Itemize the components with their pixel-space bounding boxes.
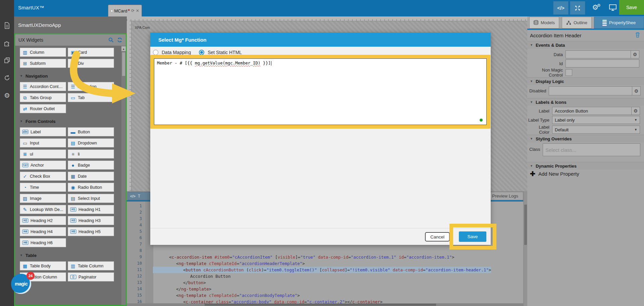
subform-icon: ⊞ <box>22 61 28 66</box>
table-column-icon: ▥ <box>70 264 76 268</box>
trash-icon <box>635 32 640 38</box>
widget-date[interactable]: ▦Date <box>68 172 114 181</box>
static-html-textarea[interactable]: Member - # [{{ mg.getValue(mgc.Member_ID… <box>154 58 487 125</box>
widget-li[interactable]: ≡li <box>68 149 114 159</box>
id-input[interactable] <box>566 59 639 68</box>
widget-subform[interactable]: ⊞Subform <box>20 59 66 68</box>
toolbar-save-button[interactable]: Save <box>619 0 644 15</box>
widget-ul[interactable]: ≣ul <box>20 149 66 159</box>
label-input[interactable]: Accordion Button⚙ <box>552 107 640 115</box>
sync-icon[interactable] <box>0 73 14 83</box>
copy-icon[interactable] <box>0 55 14 65</box>
widget-router-outlet[interactable]: ⇄Router Outlet <box>20 104 66 113</box>
widget-dropdown[interactable]: ▤Dropdown <box>68 138 114 147</box>
status-dot <box>480 119 483 122</box>
widget-tabs-group[interactable]: ⧉Tabs Group <box>20 93 66 102</box>
heading-h2-icon: H2 <box>22 218 28 222</box>
data-mapping-label: Data Mapping <box>162 50 191 55</box>
section-styling-overrides[interactable]: ▼Styling Overrides <box>527 135 644 142</box>
widgets-panel-title: UX Widgets <box>18 37 108 43</box>
puzzle-icon[interactable] <box>0 38 14 48</box>
widget-button[interactable]: ▬Button <box>68 127 114 136</box>
widget-heading-h4[interactable]: H4Heading H4 <box>20 227 66 236</box>
property-panel: Models Outline PropertyShee Accordion It… <box>527 16 644 306</box>
widget-select-input[interactable]: ▤Select Input <box>68 194 114 203</box>
widget-radio-button[interactable]: ◉Radio Button <box>68 183 114 192</box>
label-color-select[interactable]: Default▼ <box>552 126 640 134</box>
widget-heading-h3[interactable]: H3Heading H3 <box>68 216 114 225</box>
tab-propertysheet[interactable]: PropertyShee <box>594 17 644 29</box>
section-display-logic[interactable]: ▼Display Logic <box>527 77 644 85</box>
delete-component-button[interactable] <box>635 32 640 38</box>
set-static-html-radio[interactable] <box>199 50 204 55</box>
widget-heading-h6[interactable]: H6Heading H6 <box>20 238 66 247</box>
preview-monitor-button[interactable] <box>605 0 621 15</box>
top-toolbar: SmartUX™ MCard* ⟳ ✕ </> ⚙⚙ Save <box>14 0 644 16</box>
widget-badge[interactable]: ●Badge <box>68 161 114 170</box>
refresh-icon[interactable] <box>117 37 122 43</box>
tab-close-icon[interactable]: ✕ <box>136 9 139 13</box>
disabled-input[interactable]: ⚙ <box>549 86 641 95</box>
router-outlet-icon: ⇄ <box>22 106 28 111</box>
widget-column[interactable]: ▥Column <box>20 48 66 57</box>
logo-text: magic <box>15 281 28 287</box>
dialog-header[interactable]: Select Mg* Function <box>150 33 491 47</box>
document-tab-mcard[interactable]: MCard* ⟳ ✕ <box>108 5 142 16</box>
widget-table-column[interactable]: ▥Table Column <box>68 261 114 270</box>
widget-check-box[interactable]: ✓Check Box <box>20 172 66 181</box>
gear-icon[interactable]: ⚙ <box>0 90 14 100</box>
select-input-icon: ▤ <box>70 196 76 201</box>
dialog-footer: Cancel Save <box>150 228 491 245</box>
gear-icon[interactable]: ⚙ <box>631 51 639 58</box>
widget-heading-h1[interactable]: H1Heading H1 <box>68 205 114 214</box>
widget-image[interactable]: ▨Image <box>20 194 66 203</box>
time-icon: ◔ <box>22 185 28 190</box>
widget-paginator[interactable]: ⟨⟩Paginator <box>68 272 114 281</box>
non-magic-control-checkbox[interactable] <box>566 69 572 76</box>
widget-input[interactable]: ▭Input <box>20 138 66 147</box>
tab-models[interactable]: Models <box>529 17 559 29</box>
app-brand: SmartUX™ <box>18 5 44 10</box>
search-icon[interactable] <box>108 37 114 43</box>
data-mapping-radio[interactable] <box>153 50 158 55</box>
gear-icon[interactable]: ⚙ <box>632 87 640 95</box>
widget-section-table[interactable]: ▼Table <box>20 251 114 259</box>
class-placeholder: Select class... <box>545 147 577 153</box>
class-input[interactable]: Select class... <box>543 143 640 156</box>
active-tab-underline <box>527 29 644 30</box>
app-name-header[interactable]: SmartUXDemoApp <box>14 16 127 33</box>
widget-label[interactable]: abcLabel <box>20 127 66 136</box>
section-dynamic-properties[interactable]: ▼Dynamic Properties <box>527 162 644 170</box>
selected-component-title: Accordion Item Header <box>530 33 581 38</box>
widget-lookup-with-de[interactable]: ✎Lookup With De... <box>20 205 66 214</box>
gear-icon[interactable]: ⚙ <box>631 107 640 115</box>
tab-outline[interactable]: Outline <box>562 17 592 29</box>
widget-time[interactable]: ◔Time <box>20 183 66 192</box>
widget-table-body[interactable]: ▦Table Body <box>20 261 66 270</box>
widget-heading-h5[interactable]: H5Heading H5 <box>68 227 114 236</box>
settings-gears-button[interactable]: ⚙⚙ <box>588 0 604 15</box>
section-events-data[interactable]: ▼Events & Data <box>527 41 644 49</box>
save-highlight-annotation <box>449 224 496 250</box>
dialog-title: Select Mg* Function <box>150 37 206 43</box>
widget-heading-h2[interactable]: H2Heading H2 <box>20 216 66 225</box>
property-row-class: Class Select class... <box>529 143 641 156</box>
property-row-data: Data ⚙ <box>527 50 639 58</box>
column-icon: ▥ <box>22 50 28 55</box>
fullscreen-button[interactable] <box>570 1 585 15</box>
section-labels-icons[interactable]: ▼Labels & Icons <box>527 98 644 106</box>
magic-logo[interactable]: magic 24 <box>11 273 32 295</box>
property-row-label-color: Label Color Default▼ <box>527 125 641 135</box>
document-icon[interactable] <box>0 20 14 31</box>
code-view-button[interactable]: </> <box>553 1 569 15</box>
widget-accordion-conta[interactable]: ☰Accordion Conta... <box>20 82 66 91</box>
notification-badge: 24 <box>26 272 35 280</box>
cancel-button[interactable]: Cancel <box>425 232 450 242</box>
tab-refresh-icon[interactable]: ⟳ <box>131 9 135 13</box>
widget-section-form-controls[interactable]: ▼Form Controls <box>20 117 114 125</box>
label-type-select[interactable]: Label only▼ <box>552 116 640 124</box>
data-input[interactable]: ⚙ <box>566 50 639 58</box>
widget-anchor[interactable]: <a>Anchor <box>20 161 66 170</box>
add-new-property-button[interactable]: ✚ Add New Property <box>530 171 579 177</box>
gear-small-icon: ⚙ <box>597 3 601 8</box>
